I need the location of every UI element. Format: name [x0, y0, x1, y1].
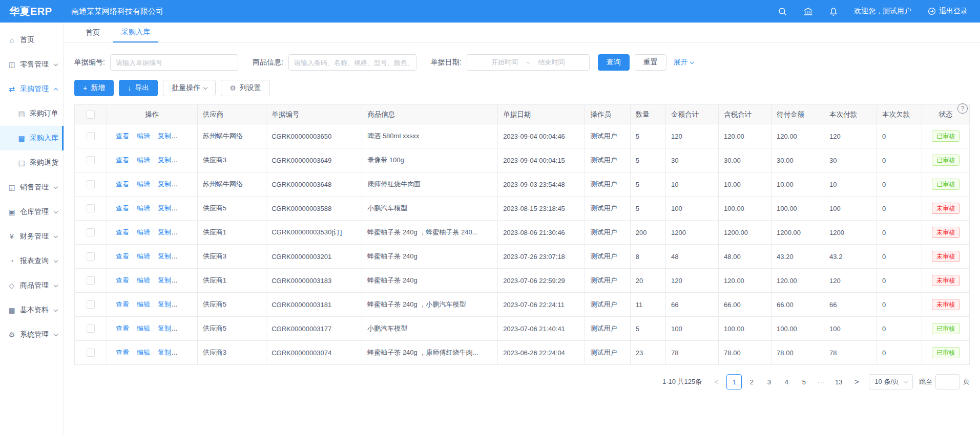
row-action-view[interactable]: 查看: [112, 324, 133, 332]
row-action-delete[interactable]: 删除: [175, 252, 196, 260]
column-header-supplier: 供应商: [197, 105, 266, 124]
bank-icon[interactable]: [803, 7, 813, 16]
row-action-delete[interactable]: 删除: [175, 204, 196, 212]
search-button[interactable]: 查询: [598, 54, 630, 71]
row-action-copy[interactable]: 复制: [154, 132, 175, 140]
cell-payable-amount: 78.00: [772, 341, 824, 365]
row-checkbox[interactable]: [87, 252, 95, 261]
row-action-copy[interactable]: 复制: [154, 228, 175, 236]
row-action-edit[interactable]: 编辑: [133, 204, 154, 212]
sidebar-item-finance[interactable]: ¥财务管理: [0, 224, 64, 249]
row-action-delete[interactable]: 删除: [175, 228, 196, 236]
row-action-delete[interactable]: 删除: [175, 349, 196, 356]
row-action-delete[interactable]: 删除: [175, 180, 196, 188]
sidebar-item-purchase-order[interactable]: ▤采购订单: [0, 101, 64, 126]
sidebar-item-retail[interactable]: ◫零售管理: [0, 52, 64, 77]
sidebar-item-purchase[interactable]: ⇄采购管理: [0, 77, 64, 101]
row-checkbox[interactable]: [87, 204, 95, 212]
page-button-3[interactable]: 3: [761, 374, 777, 389]
row-action-view[interactable]: 查看: [112, 252, 133, 260]
column-settings-button[interactable]: ⚙ 列设置: [221, 80, 270, 96]
logout-button[interactable]: 退出登录: [928, 7, 968, 16]
app-logo[interactable]: 华夏ERP: [0, 5, 64, 18]
row-checkbox[interactable]: [87, 132, 95, 140]
row-action-view[interactable]: 查看: [112, 180, 133, 188]
cell-debt-amount: 0: [877, 197, 922, 221]
sidebar-item-purchase-return[interactable]: ▤采购退货: [0, 150, 64, 175]
reset-button[interactable]: 重置: [635, 54, 666, 71]
help-icon[interactable]: ?: [957, 103, 968, 114]
sidebar-item-report[interactable]: ◔报表查询: [0, 249, 64, 273]
row-action-copy[interactable]: 复制: [154, 252, 175, 260]
batch-operations-button[interactable]: 批量操作: [163, 80, 216, 96]
row-action-copy[interactable]: 复制: [154, 204, 175, 212]
row-action-copy[interactable]: 复制: [154, 324, 175, 332]
product-info-input[interactable]: [288, 54, 416, 71]
row-checkbox[interactable]: [87, 349, 95, 357]
row-action-delete[interactable]: 删除: [175, 324, 196, 332]
row-checkbox[interactable]: [87, 228, 95, 236]
export-button[interactable]: ↓ 导出: [119, 80, 158, 96]
page-button-2[interactable]: 2: [744, 374, 759, 389]
row-checkbox[interactable]: [87, 180, 95, 188]
next-page-button[interactable]: >: [850, 374, 863, 389]
row-action-copy[interactable]: 复制: [154, 156, 175, 164]
row-action-copy[interactable]: 复制: [154, 300, 175, 308]
prev-page-button[interactable]: <: [710, 374, 722, 389]
row-action-edit[interactable]: 编辑: [133, 132, 154, 140]
page-button-4[interactable]: 4: [779, 374, 794, 389]
sidebar-item-sales[interactable]: ◱销售管理: [0, 175, 64, 200]
page-button-13[interactable]: 13: [831, 374, 846, 389]
row-action-edit[interactable]: 编辑: [133, 228, 154, 236]
sidebar-item-warehouse[interactable]: ▣仓库管理: [0, 200, 64, 224]
row-action-delete[interactable]: 删除: [175, 276, 196, 284]
row-action-view[interactable]: 查看: [112, 276, 133, 284]
bell-icon[interactable]: [829, 7, 838, 16]
sidebar-item-home[interactable]: ⌂首页: [0, 28, 64, 52]
row-action-view[interactable]: 查看: [112, 132, 133, 140]
row-action-edit[interactable]: 编辑: [133, 324, 154, 332]
sidebar-item-product[interactable]: ◇商品管理: [0, 273, 64, 298]
row-action-delete[interactable]: 删除: [175, 300, 196, 308]
sidebar-item-basic[interactable]: ▦基本资料: [0, 298, 64, 322]
row-action-delete[interactable]: 删除: [175, 156, 196, 164]
cell-tax-total: 120.00: [719, 124, 772, 148]
row-action-view[interactable]: 查看: [112, 228, 133, 236]
tab-home[interactable]: 首页: [77, 23, 108, 42]
jump-page-input[interactable]: [935, 374, 960, 389]
chevron-down-icon: [203, 85, 207, 89]
row-action-edit[interactable]: 编辑: [133, 252, 154, 260]
add-button[interactable]: + 新增: [74, 80, 114, 96]
page-button-5[interactable]: 5: [796, 374, 811, 389]
search-icon[interactable]: [778, 7, 787, 16]
row-action-copy[interactable]: 复制: [154, 349, 175, 356]
page-button-1[interactable]: 1: [726, 374, 742, 389]
row-checkbox[interactable]: [87, 276, 95, 285]
select-all-checkbox[interactable]: [87, 111, 95, 119]
bill-no-input[interactable]: [110, 54, 238, 71]
row-action-view[interactable]: 查看: [112, 300, 133, 308]
row-action-view[interactable]: 查看: [112, 349, 133, 356]
cell-actions: 查看编辑复制删除: [107, 245, 198, 269]
tab-purchase-inbound[interactable]: 采购入库: [113, 23, 158, 42]
row-action-delete[interactable]: 删除: [175, 132, 196, 140]
row-action-edit[interactable]: 编辑: [133, 156, 154, 164]
chevron-down-icon: [690, 59, 694, 63]
row-checkbox[interactable]: [87, 324, 95, 333]
row-action-copy[interactable]: 复制: [154, 276, 175, 284]
row-action-edit[interactable]: 编辑: [133, 300, 154, 308]
row-action-view[interactable]: 查看: [112, 204, 133, 212]
date-range-picker[interactable]: 开始时间 ~ 结束时间: [467, 54, 590, 71]
row-action-edit[interactable]: 编辑: [133, 349, 154, 356]
row-action-edit[interactable]: 编辑: [133, 180, 154, 188]
sidebar-item-purchase-in[interactable]: ▤采购入库: [0, 126, 64, 150]
cell-amount-total: 100: [666, 317, 719, 341]
row-action-view[interactable]: 查看: [112, 156, 133, 164]
row-action-edit[interactable]: 编辑: [133, 276, 154, 284]
row-action-copy[interactable]: 复制: [154, 180, 175, 188]
row-checkbox[interactable]: [87, 300, 95, 309]
sidebar-item-system[interactable]: ⚙系统管理: [0, 322, 64, 347]
row-checkbox[interactable]: [87, 156, 95, 164]
expand-link[interactable]: 展开: [674, 58, 694, 67]
page-size-select[interactable]: 10 条/页: [869, 374, 913, 389]
